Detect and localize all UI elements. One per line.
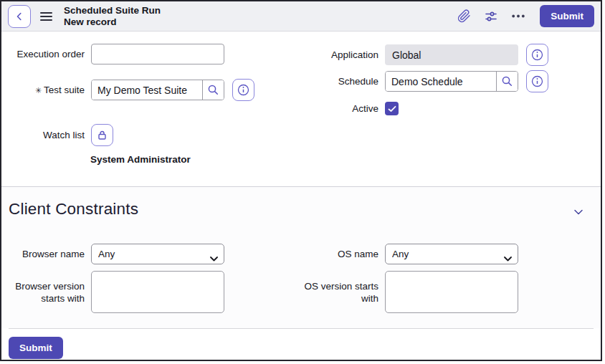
- context-menu-button[interactable]: [40, 12, 52, 21]
- os-name-label: OS name: [302, 248, 378, 260]
- chevron-left-icon: [14, 11, 24, 21]
- search-icon: [207, 84, 219, 96]
- browser-version-textarea[interactable]: [91, 271, 224, 313]
- info-icon: [530, 75, 544, 88]
- watch-list-lock-button[interactable]: [91, 124, 113, 146]
- browser-name-select[interactable]: Any: [91, 244, 224, 264]
- application-value: Global: [385, 44, 518, 65]
- paperclip-icon: [457, 9, 471, 23]
- header-actions: Submit: [452, 5, 594, 28]
- application-row: Application Global: [302, 44, 548, 66]
- page-title-block: Scheduled Suite Run New record: [64, 5, 161, 27]
- schedule-info-button[interactable]: [526, 70, 548, 92]
- browser-name-row: Browser name Any: [9, 244, 224, 264]
- active-row: Active: [302, 102, 399, 115]
- os-version-row: OS version starts with: [302, 271, 518, 313]
- application-label: Application: [302, 49, 378, 61]
- os-name-row: OS name Any: [302, 244, 518, 264]
- application-info-button[interactable]: [526, 44, 548, 66]
- section-collapse-button[interactable]: [569, 203, 588, 221]
- lock-icon: [96, 129, 108, 141]
- test-suite-lookup-button[interactable]: [202, 80, 224, 100]
- submit-button-header[interactable]: Submit: [540, 5, 594, 27]
- os-name-select[interactable]: Any: [385, 244, 518, 264]
- execution-order-row: Execution order: [9, 44, 224, 64]
- os-version-textarea[interactable]: [385, 271, 518, 313]
- browser-version-row: Browser version starts with: [9, 271, 224, 313]
- schedule-lookup-group: [385, 71, 518, 92]
- form-header: Scheduled Suite Run New record Submit: [1, 1, 601, 32]
- test-suite-label: ✳Test suite: [9, 84, 85, 97]
- more-options-button[interactable]: [507, 5, 530, 28]
- watch-list-member: System Administrator: [90, 154, 191, 165]
- page-subtitle: New record: [64, 16, 161, 28]
- client-constraints-section: Client Constraints Browser name Any OS n…: [1, 186, 601, 328]
- os-name-select-wrap: Any: [385, 244, 518, 264]
- browser-version-label: Browser version starts with: [9, 280, 85, 305]
- active-checkbox[interactable]: [385, 102, 399, 115]
- footer-divider: [9, 328, 594, 329]
- info-icon: [237, 83, 250, 97]
- execution-order-input[interactable]: [91, 44, 224, 64]
- watch-list-row: Watch list: [9, 124, 113, 146]
- execution-order-label: Execution order: [9, 48, 85, 60]
- ellipsis-icon: [512, 14, 525, 18]
- info-icon: [530, 48, 544, 62]
- test-suite-info-button[interactable]: [232, 79, 254, 101]
- back-button[interactable]: [8, 5, 31, 28]
- schedule-label: Schedule: [302, 75, 378, 87]
- hamburger-icon: [40, 12, 52, 21]
- schedule-row: Schedule: [302, 70, 548, 92]
- attachments-button[interactable]: [452, 5, 475, 28]
- section-title: Client Constraints: [9, 200, 138, 219]
- page-title: Scheduled Suite Run: [64, 5, 161, 16]
- browser-name-label: Browser name: [9, 248, 85, 260]
- search-icon: [501, 75, 513, 87]
- os-version-label: OS version starts with: [302, 280, 378, 305]
- test-suite-input[interactable]: [92, 80, 202, 100]
- browser-name-select-wrap: Any: [91, 244, 224, 264]
- schedule-lookup-button[interactable]: [496, 72, 518, 91]
- submit-button-footer[interactable]: Submit: [9, 337, 63, 359]
- test-suite-row: ✳Test suite: [9, 79, 254, 101]
- watch-list-label: Watch list: [9, 129, 85, 141]
- schedule-input[interactable]: [386, 72, 496, 91]
- required-icon: ✳: [35, 86, 42, 95]
- sliders-icon: [484, 9, 498, 24]
- test-suite-lookup-group: [91, 80, 224, 100]
- check-icon: [388, 105, 396, 112]
- chevron-down-icon: [572, 206, 585, 219]
- scheduled-suite-run-form: Scheduled Suite Run New record Submit: [0, 0, 602, 361]
- personalize-form-button[interactable]: [480, 5, 502, 28]
- active-label: Active: [302, 102, 378, 115]
